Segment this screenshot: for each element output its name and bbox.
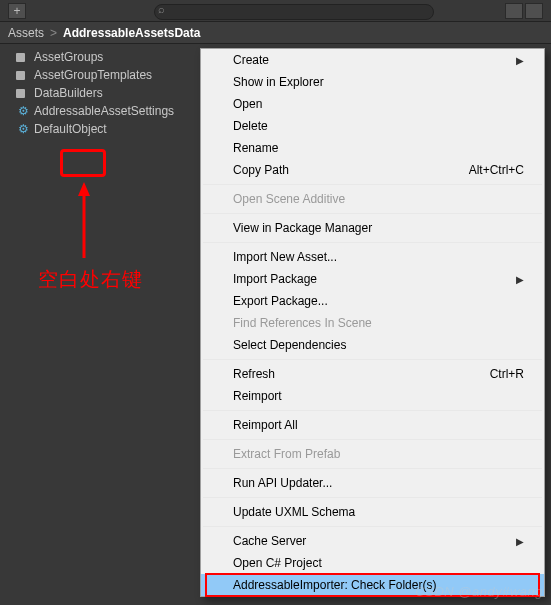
- menu-item-label: Reimport: [233, 389, 282, 403]
- chevron-right-icon: ▶: [516, 55, 524, 66]
- menu-item-label: Copy Path: [233, 163, 289, 177]
- chevron-right-icon: ▶: [516, 274, 524, 285]
- add-button[interactable]: +: [8, 3, 26, 19]
- menu-item-label: Extract From Prefab: [233, 447, 340, 461]
- menu-separator: [203, 184, 542, 185]
- menu-item-label: Open Scene Additive: [233, 192, 345, 206]
- menu-item[interactable]: Import Package▶: [201, 268, 544, 290]
- annotation-box: [60, 149, 106, 177]
- menu-item-shortcut: Ctrl+R: [490, 367, 524, 381]
- menu-item[interactable]: Open C# Project: [201, 552, 544, 574]
- tree-item-label: AddressableAssetSettings: [34, 104, 174, 118]
- menu-item-label: Create: [233, 53, 269, 67]
- tree-item-label: AssetGroupTemplates: [34, 68, 152, 82]
- menu-item-shortcut: Alt+Ctrl+C: [469, 163, 524, 177]
- menu-item[interactable]: Rename: [201, 137, 544, 159]
- scriptableobject-icon: [16, 105, 30, 117]
- menu-item-label: Rename: [233, 141, 278, 155]
- tree-item-databuilders[interactable]: DataBuilders: [0, 84, 200, 102]
- menu-item-label: Update UXML Schema: [233, 505, 355, 519]
- tree-item-label: AssetGroups: [34, 50, 103, 64]
- svg-marker-1: [78, 182, 90, 196]
- menu-item-label: Import Package: [233, 272, 317, 286]
- menu-item[interactable]: Open: [201, 93, 544, 115]
- menu-item: Open Scene Additive: [201, 188, 544, 210]
- menu-item-label: Export Package...: [233, 294, 328, 308]
- menu-item-label: AddressableImporter: Check Folder(s): [233, 578, 436, 592]
- tree-item-label: DefaultObject: [34, 122, 107, 136]
- tree-item-assetgrouptemplates[interactable]: AssetGroupTemplates: [0, 66, 200, 84]
- menu-item[interactable]: Import New Asset...: [201, 246, 544, 268]
- breadcrumb-current[interactable]: AddressableAssetsData: [63, 26, 200, 40]
- search-input[interactable]: [154, 4, 434, 20]
- menu-item-label: Open: [233, 97, 262, 111]
- menu-separator: [203, 213, 542, 214]
- menu-separator: [203, 526, 542, 527]
- tree-item-label: DataBuilders: [34, 86, 103, 100]
- annotation-text: 空白处右键: [38, 266, 143, 293]
- menu-item: Find References In Scene: [201, 312, 544, 334]
- breadcrumb-root[interactable]: Assets: [8, 26, 44, 40]
- menu-item[interactable]: Cache Server▶: [201, 530, 544, 552]
- menu-item-label: Open C# Project: [233, 556, 322, 570]
- search-field-wrap: ⌕: [154, 2, 434, 20]
- menu-separator: [203, 359, 542, 360]
- menu-item[interactable]: Update UXML Schema: [201, 501, 544, 523]
- menu-item-label: Run API Updater...: [233, 476, 332, 490]
- context-menu[interactable]: Create▶Show in ExplorerOpenDeleteRenameC…: [200, 48, 545, 597]
- tree-item-defaultobject[interactable]: DefaultObject: [0, 120, 200, 138]
- menu-item[interactable]: Select Dependencies: [201, 334, 544, 356]
- menu-item-label: Show in Explorer: [233, 75, 324, 89]
- menu-separator: [203, 439, 542, 440]
- menu-item[interactable]: RefreshCtrl+R: [201, 363, 544, 385]
- toolbar: + ⌕: [0, 0, 551, 22]
- tree-item-addressableassetsettings[interactable]: AddressableAssetSettings: [0, 102, 200, 120]
- toolbar-right: [505, 3, 543, 19]
- search-icon: ⌕: [158, 3, 165, 15]
- menu-item-label: Reimport All: [233, 418, 298, 432]
- menu-item[interactable]: View in Package Manager: [201, 217, 544, 239]
- breadcrumb-sep: >: [50, 26, 57, 40]
- menu-item-label: Refresh: [233, 367, 275, 381]
- folder-icon: [16, 87, 30, 99]
- menu-item-label: Cache Server: [233, 534, 306, 548]
- menu-separator: [203, 242, 542, 243]
- menu-item[interactable]: Reimport All: [201, 414, 544, 436]
- menu-item[interactable]: Export Package...: [201, 290, 544, 312]
- project-tree[interactable]: AssetGroups AssetGroupTemplates DataBuil…: [0, 44, 200, 605]
- menu-item-label: Import New Asset...: [233, 250, 337, 264]
- menu-item[interactable]: AddressableImporter: Check Folder(s): [201, 574, 544, 596]
- visibility-toggle-icon[interactable]: [505, 3, 523, 19]
- menu-item[interactable]: Create▶: [201, 49, 544, 71]
- folder-icon: [16, 69, 30, 81]
- menu-item[interactable]: Copy PathAlt+Ctrl+C: [201, 159, 544, 181]
- folder-icon: [16, 51, 30, 63]
- menu-item: Extract From Prefab: [201, 443, 544, 465]
- menu-item[interactable]: Show in Explorer: [201, 71, 544, 93]
- breadcrumb: Assets > AddressableAssetsData: [0, 22, 551, 44]
- chevron-right-icon: ▶: [516, 536, 524, 547]
- menu-item[interactable]: Run API Updater...: [201, 472, 544, 494]
- menu-separator: [203, 497, 542, 498]
- menu-item-label: View in Package Manager: [233, 221, 372, 235]
- menu-separator: [203, 410, 542, 411]
- menu-item[interactable]: Reimport: [201, 385, 544, 407]
- annotation-arrow: [78, 182, 98, 265]
- scriptableobject-icon: [16, 123, 30, 135]
- hidden-toggle-icon[interactable]: [525, 3, 543, 19]
- menu-item[interactable]: Delete: [201, 115, 544, 137]
- tree-item-assetgroups[interactable]: AssetGroups: [0, 48, 200, 66]
- menu-item-label: Select Dependencies: [233, 338, 346, 352]
- menu-separator: [203, 468, 542, 469]
- menu-item-label: Find References In Scene: [233, 316, 372, 330]
- menu-item-label: Delete: [233, 119, 268, 133]
